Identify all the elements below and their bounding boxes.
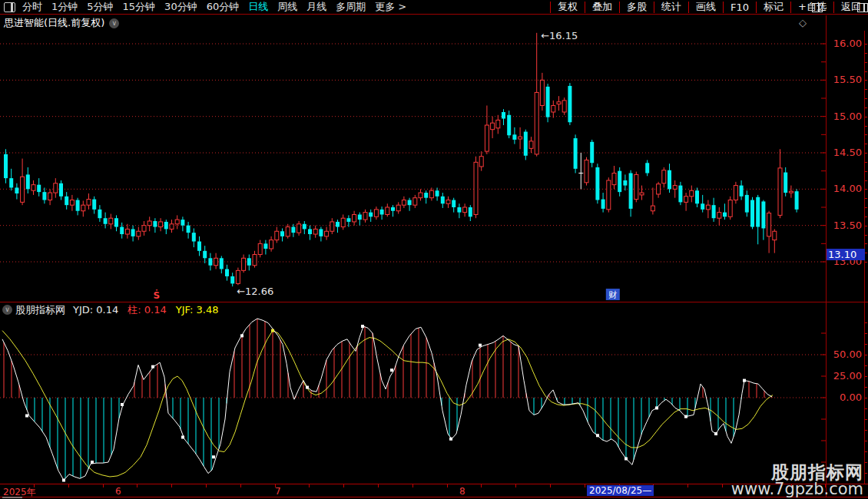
candle	[137, 227, 141, 240]
date-tick	[687, 484, 688, 487]
chevron-down-icon[interactable]: ∨	[109, 18, 119, 28]
candle	[552, 101, 555, 118]
candle	[98, 205, 101, 222]
price-axis-label: 15.00	[833, 111, 862, 122]
candle	[723, 203, 727, 220]
toolbar-button-统计[interactable]: 统计	[654, 0, 688, 14]
turning-point-dot	[240, 334, 244, 337]
toolbar-button-复权[interactable]: 复权	[551, 0, 585, 14]
date-tick	[240, 484, 241, 487]
candle	[424, 190, 428, 203]
menu-period-周线[interactable]: 周线	[277, 0, 297, 14]
histogram-bars	[4, 319, 772, 478]
menu-period-30分钟[interactable]: 30分钟	[164, 0, 197, 14]
turning-point-dot	[449, 438, 452, 441]
menu-period-60分钟[interactable]: 60分钟	[207, 0, 240, 14]
candle	[236, 268, 240, 286]
candle	[386, 203, 389, 216]
candle	[469, 205, 472, 221]
menu-period-5分钟[interactable]: 5分钟	[87, 0, 113, 14]
candlestick-chart[interactable]: ←16.15←12.66Ṡ财	[0, 31, 826, 302]
candle	[258, 240, 262, 258]
indicator-axis-label: 50.00	[833, 349, 862, 360]
date-tick	[447, 484, 448, 487]
candle	[491, 117, 495, 138]
diamond-icon[interactable]: ◇	[799, 17, 807, 28]
candle	[502, 109, 505, 125]
turning-point-dot	[306, 386, 309, 389]
watermark-url: www.7gpzb.com	[731, 481, 863, 497]
price-axis-label: 16.00	[833, 38, 862, 49]
toolbar-button-F10[interactable]: F10	[724, 2, 756, 13]
candle	[607, 177, 611, 212]
candle	[104, 213, 108, 229]
candle	[142, 221, 146, 236]
candle	[419, 189, 422, 200]
candle	[275, 227, 279, 243]
date-axis-label: 8	[459, 486, 465, 497]
menu-period-日线[interactable]: 日线	[248, 0, 268, 14]
toolbar-button-画线[interactable]: 画线	[689, 0, 723, 14]
turning-point-dot	[624, 458, 628, 461]
candle	[441, 193, 445, 208]
candle	[26, 167, 30, 193]
candle	[789, 186, 793, 198]
candle	[562, 97, 566, 115]
candle	[745, 190, 749, 216]
news-badge-marker: 财	[608, 290, 617, 300]
menu-period-1分钟[interactable]: 1分钟	[51, 0, 78, 14]
indicator-header: ∨ 股朋指标网 YJD: 0.14 柱: 0.14 YJF: 3.48	[0, 303, 826, 316]
turning-point-dot	[151, 365, 154, 368]
candle	[612, 166, 616, 189]
candle	[308, 226, 312, 240]
candle	[203, 246, 207, 263]
candle	[413, 195, 417, 208]
split-window-icon[interactable]	[812, 3, 823, 12]
candle	[740, 180, 744, 200]
toolbar-button-标记[interactable]: 标记	[757, 0, 790, 14]
turning-point-dot	[271, 329, 274, 332]
menu-period-15分钟[interactable]: 15分钟	[123, 0, 156, 14]
candle	[48, 189, 52, 205]
indicator-chart[interactable]	[0, 317, 826, 484]
menu-period-多周期[interactable]: 多周期	[336, 0, 366, 14]
toolbar-button-叠加[interactable]: 叠加	[585, 0, 619, 14]
candle	[208, 253, 212, 271]
toolbar-divider	[0, 14, 868, 15]
toolbar-button-多股[interactable]: 多股	[620, 0, 654, 14]
indicator-field-yjd: YJD: 0.14	[73, 304, 118, 316]
layout-split-icon[interactable]	[4, 2, 15, 12]
date-tick	[515, 484, 516, 487]
stock-title: 思进智能(日线.前复权)	[4, 16, 104, 30]
candle	[4, 149, 8, 183]
candle	[518, 127, 522, 149]
menu-period-月线[interactable]: 月线	[306, 0, 326, 14]
menu-period-分时[interactable]: 分时	[22, 0, 42, 14]
candle	[457, 203, 461, 218]
candle	[31, 180, 35, 195]
candle	[131, 226, 135, 242]
date-tick	[309, 484, 310, 487]
candle	[263, 240, 267, 255]
candle	[535, 33, 538, 157]
turning-point-dot	[743, 379, 746, 382]
candle	[601, 193, 605, 213]
panel-toggle-icon[interactable]	[857, 3, 868, 12]
candle	[396, 202, 400, 213]
period-menu: 分时1分钟5分钟15分钟30分钟60分钟日线周线月线多周期更多 >	[22, 0, 416, 14]
candle	[452, 198, 456, 213]
chevron-down-icon[interactable]: ∨	[2, 305, 12, 315]
date-tick	[378, 484, 379, 487]
menu-period-更多 >[interactable]: 更多 >	[375, 0, 406, 14]
turning-point-dot	[655, 406, 658, 409]
candle	[87, 193, 91, 210]
indicator-name: 股朋指标网	[15, 303, 65, 317]
candle	[253, 251, 257, 268]
candle	[512, 127, 516, 144]
candle	[391, 205, 395, 216]
indicator-field-yjf: YJF: 3.48	[176, 304, 219, 316]
candle	[37, 178, 41, 197]
candle	[297, 221, 301, 236]
candle	[784, 167, 787, 197]
date-tick	[68, 484, 69, 487]
